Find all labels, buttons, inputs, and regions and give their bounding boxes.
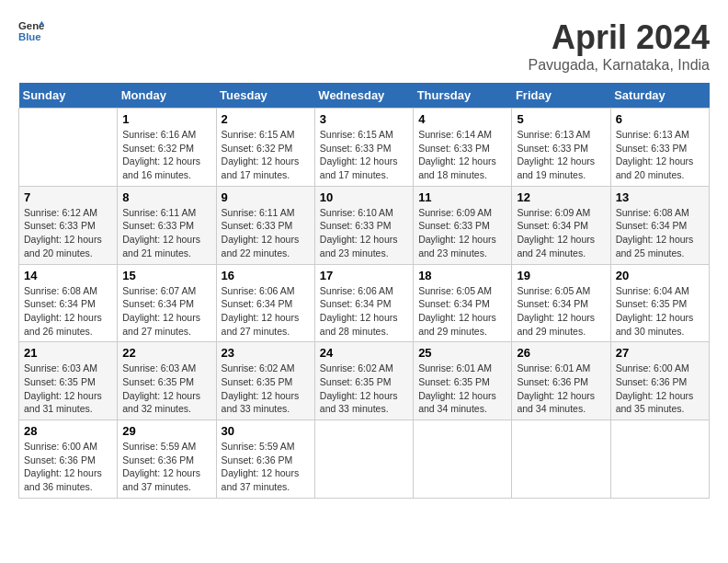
day-number: 3 [320, 112, 408, 126]
weekday-thursday: Thursday [414, 83, 512, 109]
calendar-cell: 18Sunrise: 6:05 AM Sunset: 6:34 PM Dayli… [414, 264, 512, 342]
day-info: Sunrise: 6:08 AM Sunset: 6:34 PM Dayligh… [24, 284, 112, 339]
day-number: 14 [24, 269, 112, 282]
day-number: 27 [616, 346, 704, 360]
weekday-friday: Friday [512, 83, 610, 109]
day-info: Sunrise: 6:10 AM Sunset: 6:33 PM Dayligh… [320, 206, 408, 260]
day-number: 29 [122, 424, 210, 438]
day-info: Sunrise: 6:02 AM Sunset: 6:35 PM Dayligh… [320, 362, 408, 416]
calendar-cell: 30Sunrise: 5:59 AM Sunset: 6:36 PM Dayli… [216, 420, 314, 499]
day-number: 9 [222, 190, 310, 204]
calendar-cell: 9Sunrise: 6:11 AM Sunset: 6:33 PM Daylig… [216, 186, 314, 264]
day-number: 11 [418, 190, 506, 204]
calendar-cell: 25Sunrise: 6:01 AM Sunset: 6:35 PM Dayli… [414, 342, 512, 420]
week-row-5: 28Sunrise: 6:00 AM Sunset: 6:36 PM Dayli… [19, 420, 710, 499]
day-number: 5 [517, 112, 605, 126]
calendar-cell: 14Sunrise: 6:08 AM Sunset: 6:34 PM Dayli… [19, 264, 118, 342]
day-number: 6 [616, 112, 704, 126]
calendar-cell: 16Sunrise: 6:06 AM Sunset: 6:34 PM Dayli… [216, 264, 314, 342]
day-info: Sunrise: 6:03 AM Sunset: 6:35 PM Dayligh… [24, 362, 112, 416]
day-number: 4 [418, 112, 506, 126]
day-info: Sunrise: 6:14 AM Sunset: 6:33 PM Dayligh… [418, 128, 506, 182]
week-row-4: 21Sunrise: 6:03 AM Sunset: 6:35 PM Dayli… [19, 342, 710, 420]
weekday-monday: Monday [118, 83, 216, 109]
day-info: Sunrise: 6:06 AM Sunset: 6:34 PM Dayligh… [320, 284, 408, 339]
day-info: Sunrise: 6:05 AM Sunset: 6:34 PM Dayligh… [418, 284, 506, 339]
day-info: Sunrise: 6:16 AM Sunset: 6:32 PM Dayligh… [122, 128, 210, 182]
calendar-cell: 4Sunrise: 6:14 AM Sunset: 6:33 PM Daylig… [414, 109, 512, 187]
day-info: Sunrise: 6:01 AM Sunset: 6:35 PM Dayligh… [418, 362, 506, 416]
day-number: 28 [24, 424, 112, 438]
calendar-cell: 5Sunrise: 6:13 AM Sunset: 6:33 PM Daylig… [512, 109, 610, 187]
calendar-cell: 19Sunrise: 6:05 AM Sunset: 6:34 PM Dayli… [512, 264, 610, 342]
day-info: Sunrise: 6:02 AM Sunset: 6:35 PM Dayligh… [222, 362, 310, 416]
day-number: 30 [222, 424, 310, 438]
day-info: Sunrise: 6:09 AM Sunset: 6:34 PM Dayligh… [517, 206, 605, 260]
day-info: Sunrise: 6:00 AM Sunset: 6:36 PM Dayligh… [24, 440, 112, 494]
calendar-cell: 6Sunrise: 6:13 AM Sunset: 6:33 PM Daylig… [610, 109, 709, 187]
day-number: 18 [418, 269, 506, 282]
day-info: Sunrise: 6:15 AM Sunset: 6:32 PM Dayligh… [222, 128, 310, 182]
day-number: 21 [24, 346, 112, 360]
day-info: Sunrise: 6:08 AM Sunset: 6:34 PM Dayligh… [616, 206, 704, 260]
calendar-cell: 27Sunrise: 6:00 AM Sunset: 6:36 PM Dayli… [610, 342, 709, 420]
day-info: Sunrise: 6:05 AM Sunset: 6:34 PM Dayligh… [517, 284, 605, 339]
calendar-cell [19, 109, 118, 187]
calendar-cell [610, 420, 709, 499]
day-number: 12 [517, 190, 605, 204]
day-info: Sunrise: 6:09 AM Sunset: 6:33 PM Dayligh… [418, 206, 506, 260]
day-info: Sunrise: 6:13 AM Sunset: 6:33 PM Dayligh… [616, 128, 704, 182]
day-info: Sunrise: 6:11 AM Sunset: 6:33 PM Dayligh… [222, 206, 310, 260]
calendar-cell: 17Sunrise: 6:06 AM Sunset: 6:34 PM Dayli… [314, 264, 413, 342]
week-row-1: 1Sunrise: 6:16 AM Sunset: 6:32 PM Daylig… [19, 109, 710, 187]
title-block: April 2024 Pavugada, Karnataka, India [529, 18, 710, 74]
calendar-cell: 8Sunrise: 6:11 AM Sunset: 6:33 PM Daylig… [118, 186, 216, 264]
day-number: 13 [616, 190, 704, 204]
calendar-cell: 15Sunrise: 6:07 AM Sunset: 6:34 PM Dayli… [118, 264, 216, 342]
day-info: Sunrise: 6:11 AM Sunset: 6:33 PM Dayligh… [122, 206, 210, 260]
day-info: Sunrise: 6:00 AM Sunset: 6:36 PM Dayligh… [616, 362, 704, 416]
svg-text:Blue: Blue [18, 31, 41, 42]
weekday-saturday: Saturday [610, 83, 709, 109]
day-number: 8 [122, 190, 210, 204]
day-number: 26 [517, 346, 605, 360]
day-number: 16 [222, 269, 310, 282]
location-subtitle: Pavugada, Karnataka, India [529, 57, 710, 74]
logo: General Blue [18, 18, 44, 44]
calendar-cell: 28Sunrise: 6:00 AM Sunset: 6:36 PM Dayli… [19, 420, 118, 499]
day-info: Sunrise: 6:15 AM Sunset: 6:33 PM Dayligh… [320, 128, 408, 182]
calendar-cell: 26Sunrise: 6:01 AM Sunset: 6:36 PM Dayli… [512, 342, 610, 420]
calendar-cell [414, 420, 512, 499]
calendar-body: 1Sunrise: 6:16 AM Sunset: 6:32 PM Daylig… [19, 109, 710, 499]
day-info: Sunrise: 6:04 AM Sunset: 6:35 PM Dayligh… [616, 284, 704, 339]
calendar-cell [512, 420, 610, 499]
weekday-header-row: SundayMondayTuesdayWednesdayThursdayFrid… [19, 83, 710, 109]
day-info: Sunrise: 5:59 AM Sunset: 6:36 PM Dayligh… [222, 440, 310, 494]
page-header: General Blue April 2024 Pavugada, Karnat… [18, 18, 710, 74]
day-number: 10 [320, 190, 408, 204]
calendar-table: SundayMondayTuesdayWednesdayThursdayFrid… [18, 83, 710, 499]
day-info: Sunrise: 6:03 AM Sunset: 6:35 PM Dayligh… [122, 362, 210, 416]
calendar-cell: 12Sunrise: 6:09 AM Sunset: 6:34 PM Dayli… [512, 186, 610, 264]
day-info: Sunrise: 5:59 AM Sunset: 6:36 PM Dayligh… [122, 440, 210, 494]
day-number: 7 [24, 190, 112, 204]
calendar-cell: 1Sunrise: 6:16 AM Sunset: 6:32 PM Daylig… [118, 109, 216, 187]
day-info: Sunrise: 6:01 AM Sunset: 6:36 PM Dayligh… [517, 362, 605, 416]
calendar-cell: 29Sunrise: 5:59 AM Sunset: 6:36 PM Dayli… [118, 420, 216, 499]
day-number: 15 [122, 269, 210, 282]
day-number: 24 [320, 346, 408, 360]
calendar-cell: 11Sunrise: 6:09 AM Sunset: 6:33 PM Dayli… [414, 186, 512, 264]
svg-text:General: General [18, 20, 44, 31]
calendar-cell: 20Sunrise: 6:04 AM Sunset: 6:35 PM Dayli… [610, 264, 709, 342]
day-number: 20 [616, 269, 704, 282]
day-number: 2 [222, 112, 310, 126]
day-number: 1 [122, 112, 210, 126]
weekday-tuesday: Tuesday [216, 83, 314, 109]
calendar-cell: 10Sunrise: 6:10 AM Sunset: 6:33 PM Dayli… [314, 186, 413, 264]
calendar-cell: 7Sunrise: 6:12 AM Sunset: 6:33 PM Daylig… [19, 186, 118, 264]
calendar-cell: 2Sunrise: 6:15 AM Sunset: 6:32 PM Daylig… [216, 109, 314, 187]
calendar-cell: 13Sunrise: 6:08 AM Sunset: 6:34 PM Dayli… [610, 186, 709, 264]
day-number: 25 [418, 346, 506, 360]
day-number: 17 [320, 269, 408, 282]
day-info: Sunrise: 6:07 AM Sunset: 6:34 PM Dayligh… [122, 284, 210, 339]
